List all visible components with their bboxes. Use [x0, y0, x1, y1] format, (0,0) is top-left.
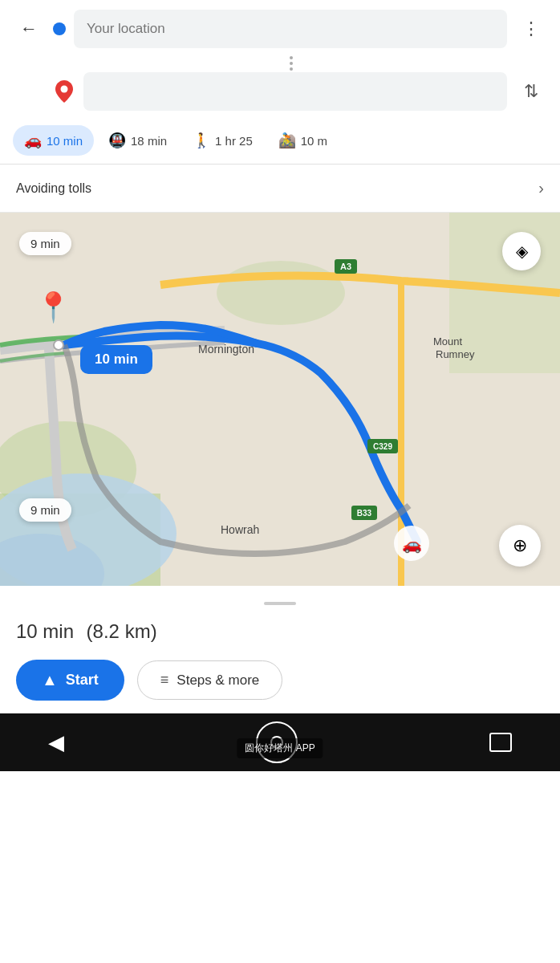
nav-recents-button[interactable] [489, 733, 512, 752]
car-tab-label: 10 min [47, 134, 83, 148]
svg-text:Mount: Mount [433, 335, 463, 347]
navigation-icon: ▲ [42, 671, 58, 689]
svg-point-4 [217, 261, 345, 325]
destination-input[interactable]: Eastlands [83, 72, 507, 111]
origin-input[interactable] [74, 10, 507, 48]
origin-dot-icon [53, 22, 66, 35]
transport-tabs: 🚗 10 min 🚇 18 min 🚶 1 hr 25 🚵 10 m [0, 117, 560, 165]
badge-bottom-label: 9 min [30, 503, 60, 517]
map-badge-9min-bottom[interactable]: 9 min [19, 498, 71, 522]
walk-tab-label: 1 hr 25 [215, 134, 253, 148]
swap-icon: ⇅ [524, 81, 538, 102]
start-label: Start [66, 672, 99, 689]
origin-dot-map [53, 339, 64, 351]
more-options-button[interactable]: ⋮ [515, 13, 547, 45]
avoiding-tolls-label: Avoiding tolls [16, 181, 91, 196]
svg-text:C329: C329 [373, 442, 392, 451]
svg-text:Howrah: Howrah [221, 523, 259, 536]
drag-handle[interactable] [264, 602, 296, 605]
my-location-button[interactable]: ⊕ [499, 525, 541, 567]
tab-car[interactable]: 🚗 10 min [13, 125, 94, 156]
svg-point-0 [61, 86, 68, 93]
watermark: 圆你好塔州 APP [237, 738, 323, 758]
start-button[interactable]: ▲ Start [16, 660, 124, 701]
svg-text:🚗: 🚗 [402, 534, 422, 554]
steps-label: Steps & more [177, 672, 259, 689]
steps-more-button[interactable]: ≡ Steps & more [137, 660, 283, 700]
transit-icon: 🚇 [108, 132, 126, 149]
svg-text:B33: B33 [357, 509, 372, 518]
route-distance: (8.2 km) [87, 620, 157, 642]
map-layer-button[interactable]: ◈ [502, 232, 541, 270]
route-summary: 10 min (8.2 km) [16, 618, 544, 644]
tab-transit[interactable]: 🚇 18 min [97, 125, 178, 156]
map-badge-10min-blue[interactable]: 10 min [80, 345, 152, 374]
destination-pin-map: 📍 [35, 293, 71, 322]
svg-text:Rumney: Rumney [436, 348, 475, 360]
bottom-navigation-bar: ◀ 圆你好塔州 APP [0, 713, 560, 771]
tab-walk[interactable]: 🚶 1 hr 25 [181, 125, 264, 156]
action-buttons: ▲ Start ≡ Steps & more [16, 660, 544, 701]
nav-back-button[interactable]: ◀ [48, 730, 64, 755]
walk-icon: 🚶 [193, 132, 210, 149]
transit-tab-label: 18 min [131, 134, 167, 148]
back-arrow-icon: ← [20, 18, 38, 39]
badge-top-label: 9 min [30, 237, 60, 250]
more-dots-icon: ⋮ [522, 18, 541, 39]
svg-text:A3: A3 [340, 262, 351, 271]
route-time: 10 min [16, 620, 74, 642]
location-target-icon: ⊕ [513, 535, 527, 556]
steps-list-icon: ≡ [160, 672, 169, 689]
destination-pin-icon [53, 80, 75, 103]
car-icon: 🚗 [24, 132, 42, 149]
map-badge-9min-top[interactable]: 9 min [19, 232, 71, 255]
hike-tab-label: 10 m [301, 134, 327, 148]
svg-text:Mornington: Mornington [198, 343, 254, 356]
hike-icon: 🚵 [278, 132, 296, 149]
swap-direction-button[interactable]: ⇅ [515, 75, 547, 108]
layers-icon: ◈ [516, 242, 528, 261]
header: ← ⋮ Eastlands ⇅ [0, 0, 560, 117]
route-connector [35, 56, 547, 71]
badge-blue-label: 10 min [95, 351, 138, 367]
nav-back-icon: ◀ [48, 730, 64, 754]
bottom-panel: 10 min (8.2 km) ▲ Start ≡ Steps & more [0, 586, 560, 713]
back-button[interactable]: ← [13, 13, 45, 45]
tab-hike[interactable]: 🚵 10 m [267, 125, 339, 156]
avoiding-tolls-row[interactable]: Avoiding tolls › [0, 165, 560, 213]
chevron-right-icon: › [538, 179, 544, 197]
map-area[interactable]: A3 C329 B33 🚗 Mornington Mount Rumney Ho… [0, 213, 560, 586]
